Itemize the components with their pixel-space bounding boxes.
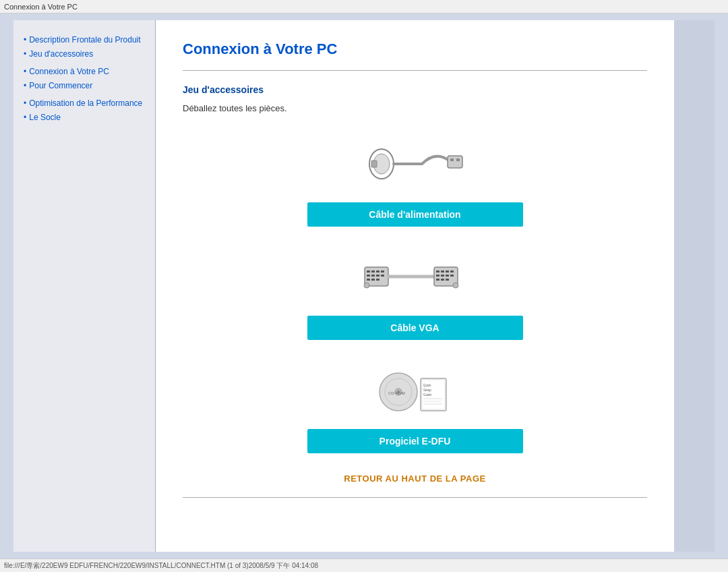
top-divider [183,70,647,71]
svg-text:CD-ROM: CD-ROM [388,391,405,395]
section-title: Jeu d'accessoires [183,84,647,95]
svg-rect-17 [371,279,375,281]
svg-rect-26 [441,275,444,277]
title-bar-text: Connexion à Votre PC [4,3,78,11]
cd-label: Progiciel E-DFU [307,429,523,453]
item-block-cd: CD-ROM Quick Setup Guide Progiciel E-DFU [183,360,647,453]
svg-rect-6 [456,159,460,161]
sidebar-group-3: • Optimisation de la Performance • Le So… [24,97,145,123]
svg-text:Setup: Setup [423,389,431,392]
sidebar-link-description[interactable]: Description Frontale du Produit [29,34,140,46]
right-panel [674,20,715,552]
svg-rect-16 [367,279,370,281]
svg-point-33 [453,283,458,288]
svg-rect-11 [381,270,384,273]
vga-cable-icon [361,250,469,304]
svg-rect-27 [446,275,449,277]
svg-rect-4 [448,156,462,168]
status-bar-text: file:///E/専索/220EW9 EDFU/FRENCH/220EW9/I… [4,561,318,571]
sidebar-group-1: • Description Frontale du Produit • Jeu … [24,34,145,60]
power-cable-label: Câble d'alimentation [307,202,523,227]
svg-text:Guide: Guide [423,393,432,397]
svg-rect-29 [436,279,439,281]
svg-rect-24 [450,270,454,273]
svg-rect-10 [376,270,380,273]
svg-rect-21 [436,270,439,273]
status-bar: file:///E/専索/220EW9 EDFU/FRENCH/220EW9/I… [0,559,728,572]
svg-rect-8 [367,270,370,273]
vga-cable-image [361,247,469,308]
svg-rect-22 [441,270,444,273]
cd-icon: CD-ROM Quick Setup Guide [375,364,456,418]
title-bar: Connexion à Votre PC [0,0,728,13]
svg-rect-12 [367,275,370,277]
cd-image: CD-ROM Quick Setup Guide [375,360,456,421]
page-layout: • Description Frontale du Produit • Jeu … [13,20,715,552]
back-to-top-link[interactable]: RETOUR AU HAUT DE LA PAGE [344,474,485,484]
sidebar-item-accessories[interactable]: • Jeu d'accessoires [24,48,145,60]
svg-rect-13 [371,275,375,277]
sidebar-link-socle[interactable]: Le Socle [29,111,61,123]
sidebar-link-connexion[interactable]: Connexion à Votre PC [29,65,109,78]
svg-rect-5 [450,159,454,161]
svg-rect-9 [371,270,375,273]
svg-rect-31 [446,279,449,281]
svg-rect-18 [376,279,380,281]
page-title: Connexion à Votre PC [183,40,647,58]
svg-rect-25 [436,275,439,277]
item-block-vga-cable: Câble VGA [183,247,647,340]
sidebar-item-commencer[interactable]: • Pour Commencer [24,80,145,92]
power-cable-icon [361,137,469,191]
sidebar: • Description Frontale du Produit • Jeu … [13,20,155,552]
svg-rect-23 [446,270,449,273]
svg-rect-28 [450,275,454,277]
sidebar-item-socle[interactable]: • Le Socle [24,111,145,123]
svg-text:Quick: Quick [423,384,431,387]
sidebar-item-description[interactable]: • Description Frontale du Produit [24,34,145,46]
power-cable-image [361,134,469,194]
main-content: Connexion à Votre PC Jeu d'accessoires D… [155,20,674,552]
svg-rect-2 [371,161,377,167]
intro-text: Déballez toutes les pièces. [183,103,647,113]
sidebar-item-optimisation[interactable]: • Optimisation de la Performance [24,97,145,109]
back-to-top-section: RETOUR AU HAUT DE LA PAGE [183,474,647,484]
svg-rect-14 [376,275,380,277]
bottom-divider [183,497,647,498]
svg-point-32 [364,283,369,288]
svg-rect-30 [441,279,444,281]
sidebar-item-connexion[interactable]: • Connexion à Votre PC [24,65,145,78]
vga-cable-label: Câble VGA [307,316,523,340]
sidebar-group-2: • Connexion à Votre PC • Pour Commencer [24,65,145,92]
svg-rect-15 [381,275,384,277]
sidebar-link-accessories[interactable]: Jeu d'accessoires [29,48,93,60]
browser-window: Connexion à Votre PC • Description Front… [0,0,728,572]
sidebar-link-optimisation[interactable]: Optimisation de la Performance [29,97,142,109]
sidebar-link-commencer[interactable]: Pour Commencer [29,80,92,92]
item-block-power-cable: Câble d'alimentation [183,134,647,227]
